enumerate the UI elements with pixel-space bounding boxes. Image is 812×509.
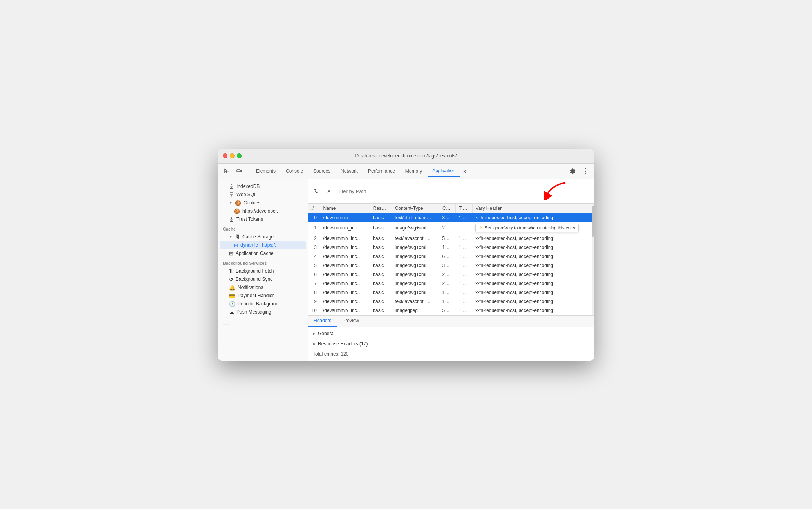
minimize-button[interactable] xyxy=(230,153,235,158)
cell-vary: x-fh-requested-host, accept-encoding xyxy=(472,288,594,297)
tab-application[interactable]: Application xyxy=(428,166,460,177)
cell-ti: 1… xyxy=(455,270,472,279)
cell-name: /devsummit/_inc… xyxy=(320,234,370,243)
cell-ti: 1… xyxy=(455,288,472,297)
table-row[interactable]: 6/devsummit/_inc…basicimage/svg+xml2…1…x… xyxy=(308,270,594,279)
tab-elements[interactable]: Elements xyxy=(251,166,280,176)
cell-name: /devsummit/_inc… xyxy=(320,288,370,297)
cell-name: /devsummit/ xyxy=(320,213,370,222)
col-name[interactable]: Name xyxy=(320,204,370,213)
sidebar-label-bg-fetch: Background Fetch xyxy=(236,268,274,274)
cell-name: /devsummit/_inc… xyxy=(320,270,370,279)
cell-vary: x-fh-requested-host, accept-encoding xyxy=(472,234,594,243)
cell-content-type: text/javascript; … xyxy=(392,234,439,243)
fullscreen-button[interactable] xyxy=(237,153,242,158)
sidebar-scroll-indicator: — xyxy=(218,316,308,331)
table-row[interactable]: 10/devsummit/_inc…basicimage/jpeg5…1…x-f… xyxy=(308,306,594,315)
sidebar-item-cookies-dev[interactable]: 🍪 https://developer. xyxy=(220,207,306,215)
refresh-button[interactable]: ↻ xyxy=(311,186,321,196)
cell-ti: 1… xyxy=(455,243,472,252)
sidebar-item-websql[interactable]: 🗄 Web SQL xyxy=(220,191,306,199)
tab-performance[interactable]: Performance xyxy=(363,166,400,176)
cache-table: # Name Res… Content-Type C… Ti… Vary Hea… xyxy=(308,204,594,315)
red-arrow-icon xyxy=(544,181,567,200)
col-res[interactable]: Res… xyxy=(370,204,392,213)
push-messaging-icon: ☁ xyxy=(229,309,234,315)
svg-rect-1 xyxy=(240,170,242,172)
sidebar-label-dynamic: dynamic - https:/. xyxy=(240,242,276,248)
cell-ti: 1… xyxy=(455,213,472,222)
section-general[interactable]: ▶ General xyxy=(308,329,594,339)
sidebar-item-push-messaging[interactable]: ☁ Push Messaging xyxy=(220,308,306,316)
table-row[interactable]: 4/devsummit/_inc…basicimage/svg+xml6…1…x… xyxy=(308,252,594,261)
cell-content-type: image/svg+xml xyxy=(392,222,439,234)
sidebar-item-periodic-bg[interactable]: 🕐 Periodic Backgroun… xyxy=(220,300,306,308)
sidebar-label-bg-sync: Background Sync xyxy=(236,276,272,282)
table-row[interactable]: 7/devsummit/_inc…basicimage/svg+xml2…1…x… xyxy=(308,279,594,288)
cell-c: 1… xyxy=(439,297,456,306)
table-row[interactable]: 9/devsummit/_inc…basictext/javascript; …… xyxy=(308,297,594,306)
sidebar-item-payment-handler[interactable]: 💳 Payment Handler xyxy=(220,292,306,300)
col-content-type[interactable]: Content-Type xyxy=(392,204,439,213)
section-response-headers[interactable]: ▶ Response Headers (17) xyxy=(308,339,594,349)
settings-icon[interactable] xyxy=(567,166,578,177)
sidebar-item-dynamic[interactable]: ⊞ dynamic - https:/. xyxy=(220,241,306,249)
cell-c: 2… xyxy=(439,270,456,279)
cell-content-type: text/html; chars… xyxy=(392,213,439,222)
tab-sources[interactable]: Sources xyxy=(309,166,335,176)
svg-rect-0 xyxy=(237,170,240,172)
scrollbar-thumb[interactable] xyxy=(592,206,594,237)
bg-sync-icon: ↺ xyxy=(229,276,233,282)
bottom-tab-headers[interactable]: Headers xyxy=(308,316,337,327)
tab-memory[interactable]: Memory xyxy=(401,166,427,176)
table-row[interactable]: 5/devsummit/_inc…basicimage/svg+xml3…1…x… xyxy=(308,261,594,270)
table-row[interactable]: 2/devsummit/_inc…basictext/javascript; …… xyxy=(308,234,594,243)
table-row[interactable]: 1/devsummit/_inc…basicimage/svg+xml2……⚠S… xyxy=(308,222,594,234)
table-row[interactable]: 3/devsummit/_inc…basicimage/svg+xml1…1…x… xyxy=(308,243,594,252)
periodic-bg-icon: 🕐 xyxy=(229,301,235,307)
table-row[interactable]: 0/devsummit/basictext/html; chars…8…1…x-… xyxy=(308,213,594,222)
tab-console[interactable]: Console xyxy=(281,166,308,176)
device-toggle-btn[interactable] xyxy=(234,166,245,177)
sidebar-item-app-cache[interactable]: ⊞ Application Cache xyxy=(220,249,306,258)
close-button[interactable] xyxy=(223,153,227,158)
bottom-tab-preview[interactable]: Preview xyxy=(337,316,364,327)
sidebar-item-cache-storage[interactable]: ▼ 🗄 Cache Storage xyxy=(220,233,306,241)
cell-ti: 1… xyxy=(455,279,472,288)
col-vary-header[interactable]: Vary Header xyxy=(472,204,594,213)
cell-vary: x-fh-requested-host, accept-encoding xyxy=(472,279,594,288)
tab-network[interactable]: Network xyxy=(336,166,363,176)
sidebar-item-bg-sync[interactable]: ↺ Background Sync xyxy=(220,275,306,283)
sidebar-item-notifications[interactable]: 🔔 Notifications xyxy=(220,283,306,292)
general-triangle-icon: ▶ xyxy=(313,332,316,336)
more-tabs-button[interactable]: » xyxy=(461,166,469,176)
cache-section-label: Cache xyxy=(218,224,308,233)
cursor-icon-btn[interactable] xyxy=(221,166,232,177)
clear-button[interactable]: ✕ xyxy=(324,186,334,196)
sidebar-item-cookies[interactable]: ▼ 🍪 Cookies xyxy=(220,199,306,207)
total-entries: Total entries: 120 xyxy=(308,349,594,359)
sidebar-item-indexeddb[interactable]: 🗄 IndexedDB xyxy=(220,182,306,191)
devtools-window: DevTools - developer.chrome.com/tags/dev… xyxy=(218,149,594,361)
cell-num: 0 xyxy=(308,213,320,222)
sidebar-label-notifications: Notifications xyxy=(238,285,263,290)
sidebar-item-trust-tokens[interactable]: 🗄 Trust Tokens xyxy=(220,215,306,224)
trust-tokens-icon: 🗄 xyxy=(229,217,234,222)
filter-input[interactable] xyxy=(336,188,541,194)
col-ti[interactable]: Ti… xyxy=(455,204,472,213)
annotation-area xyxy=(544,181,567,202)
cell-c: 3… xyxy=(439,261,456,270)
sidebar-item-bg-fetch[interactable]: ⇅ Background Fetch xyxy=(220,267,306,275)
sidebar-label-indexeddb: IndexedDB xyxy=(236,184,260,189)
col-c[interactable]: C… xyxy=(439,204,456,213)
main-area: 🗄 IndexedDB 🗄 Web SQL ▼ 🍪 Cookies 🍪 http… xyxy=(218,179,594,361)
cell-ti: 1… xyxy=(455,297,472,306)
content-area: ↻ ✕ xyxy=(308,179,594,361)
cell-num: 8 xyxy=(308,288,320,297)
cell-c: 2… xyxy=(439,222,456,234)
warning-icon: ⚠ xyxy=(479,226,483,231)
more-options-icon[interactable]: ⋮ xyxy=(580,166,591,177)
cell-vary: x-fh-requested-host, accept-encoding xyxy=(472,213,594,222)
cookies-triangle-icon: ▼ xyxy=(229,201,233,205)
table-row[interactable]: 8/devsummit/_inc…basicimage/svg+xml1…1…x… xyxy=(308,288,594,297)
